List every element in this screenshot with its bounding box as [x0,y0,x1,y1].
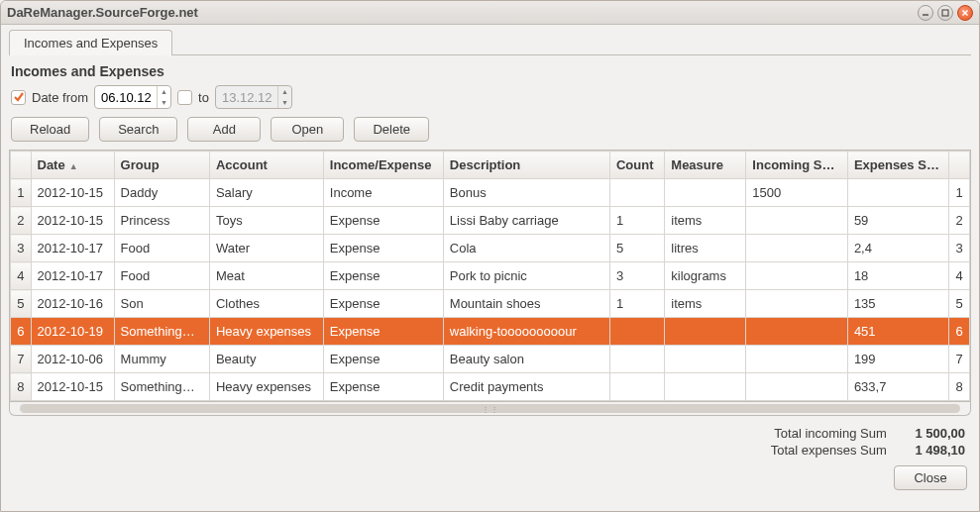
cell-measure[interactable]: litres [665,235,746,262]
cell-desc[interactable]: walking-tooooooooour [443,318,609,346]
cell-exp[interactable]: 18 [847,262,949,290]
cell-type[interactable]: Expense [323,290,443,318]
cell-exp[interactable] [847,179,949,207]
cell-inc[interactable] [746,346,848,373]
cell-last[interactable]: 7 [949,346,970,373]
cell-measure[interactable]: items [665,207,746,235]
date-from-up[interactable]: ▲ [158,86,170,97]
cell-type[interactable]: Expense [323,235,443,262]
cell-type[interactable]: Expense [323,262,443,290]
header-extra[interactable] [949,152,970,179]
table-row[interactable]: 12012-10-15DaddySalaryIncomeBonus15001 [11,179,970,207]
cell-count[interactable] [609,179,664,207]
data-grid[interactable]: Date▲ Group Account Income/Expense Descr… [9,150,971,402]
cell-inc[interactable] [746,262,848,290]
cell-desc[interactable]: Lissi Baby carriage [443,207,609,235]
cell-measure[interactable] [665,346,746,373]
close-button[interactable] [957,5,973,21]
cell-measure[interactable] [665,373,746,401]
cell-type[interactable]: Expense [323,346,443,373]
open-button[interactable]: Open [271,117,344,142]
table-row[interactable]: 72012-10-06MummyBeautyExpenseBeauty salo… [11,346,970,373]
cell-group[interactable]: Food [114,262,209,290]
cell-count[interactable] [609,373,664,401]
cell-type[interactable]: Expense [323,373,443,401]
header-date[interactable]: Date▲ [31,152,114,179]
header-account[interactable]: Account [209,152,323,179]
cell-type[interactable]: Income [323,179,443,207]
cell-group[interactable]: Princess [114,207,209,235]
cell-inc[interactable] [746,373,848,401]
cell-last[interactable]: 4 [949,262,970,290]
cell-desc[interactable]: Beauty salon [443,346,609,373]
cell-exp[interactable]: 2,4 [847,235,949,262]
cell-exp[interactable]: 135 [847,290,949,318]
cell-rownum[interactable]: 5 [11,290,32,318]
cell-count[interactable]: 3 [609,262,664,290]
cell-date[interactable]: 2012-10-15 [31,207,114,235]
cell-group[interactable]: Something… [114,373,209,401]
cell-last[interactable]: 6 [949,318,970,346]
header-income-expense[interactable]: Income/Expense [323,152,443,179]
table-row[interactable]: 82012-10-15Something…Heavy expensesExpen… [11,373,970,401]
cell-last[interactable]: 5 [949,290,970,318]
cell-exp[interactable]: 451 [847,318,949,346]
cell-count[interactable]: 5 [609,235,664,262]
cell-desc[interactable]: Pork to picnic [443,262,609,290]
cell-group[interactable]: Something… [114,318,209,346]
cell-desc[interactable]: Bonus [443,179,609,207]
cell-account[interactable]: Toys [209,207,323,235]
tab-incomes-expenses[interactable]: Incomes and Expenses [9,30,172,55]
cell-date[interactable]: 2012-10-17 [31,235,114,262]
cell-type[interactable]: Expense [323,318,443,346]
cell-rownum[interactable]: 1 [11,179,32,207]
date-from-input[interactable]: ▲▼ [94,85,171,109]
horizontal-scrollbar[interactable]: ⋮⋮ [9,402,971,416]
cell-date[interactable]: 2012-10-16 [31,290,114,318]
cell-inc[interactable]: 1500 [746,179,848,207]
cell-date[interactable]: 2012-10-15 [31,179,114,207]
cell-account[interactable]: Meat [209,262,323,290]
cell-inc[interactable] [746,207,848,235]
cell-last[interactable]: 1 [949,179,970,207]
cell-measure[interactable]: items [665,290,746,318]
cell-group[interactable]: Son [114,290,209,318]
cell-count[interactable] [609,346,664,373]
close-dialog-button[interactable]: Close [894,465,967,490]
cell-rownum[interactable]: 6 [11,318,32,346]
header-count[interactable]: Count [609,152,664,179]
cell-date[interactable]: 2012-10-17 [31,262,114,290]
delete-button[interactable]: Delete [354,117,429,142]
cell-account[interactable]: Heavy expenses [209,318,323,346]
cell-rownum[interactable]: 7 [11,346,32,373]
cell-rownum[interactable]: 8 [11,373,32,401]
cell-desc[interactable]: Mountain shoes [443,290,609,318]
cell-count[interactable]: 1 [609,207,664,235]
header-measure[interactable]: Measure [665,152,746,179]
cell-measure[interactable] [665,318,746,346]
table-row[interactable]: 52012-10-16SonClothesExpenseMountain sho… [11,290,970,318]
cell-exp[interactable]: 59 [847,207,949,235]
cell-measure[interactable]: kilograms [665,262,746,290]
cell-count[interactable] [609,318,664,346]
cell-group[interactable]: Mummy [114,346,209,373]
header-rownum[interactable] [11,152,32,179]
date-to-checkbox[interactable] [177,90,192,105]
add-button[interactable]: Add [187,117,261,142]
cell-measure[interactable] [665,179,746,207]
cell-last[interactable]: 8 [949,373,970,401]
cell-date[interactable]: 2012-10-19 [31,318,114,346]
cell-account[interactable]: Beauty [209,346,323,373]
cell-exp[interactable]: 633,7 [847,373,949,401]
table-row[interactable]: 32012-10-17FoodWaterExpenseCola5litres2,… [11,235,970,262]
header-group[interactable]: Group [114,152,209,179]
date-from-checkbox[interactable] [11,90,26,105]
table-row[interactable]: 42012-10-17FoodMeatExpensePork to picnic… [11,262,970,290]
header-description[interactable]: Description [443,152,609,179]
cell-desc[interactable]: Credit payments [443,373,609,401]
cell-rownum[interactable]: 3 [11,235,32,262]
cell-date[interactable]: 2012-10-15 [31,373,114,401]
cell-account[interactable]: Heavy expenses [209,373,323,401]
table-row[interactable]: 22012-10-15PrincessToysExpenseLissi Baby… [11,207,970,235]
cell-count[interactable]: 1 [609,290,664,318]
